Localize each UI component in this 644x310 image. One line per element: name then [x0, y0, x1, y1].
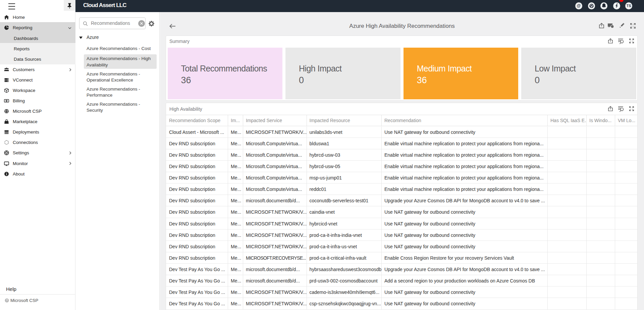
svg-text:?: ?: [6, 299, 8, 302]
